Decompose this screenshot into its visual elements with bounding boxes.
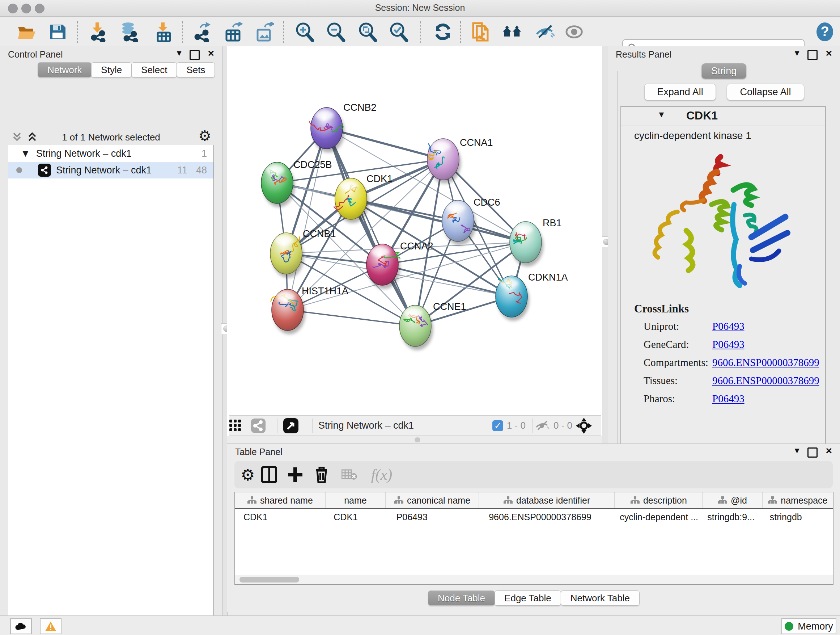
tab-network[interactable]: Network — [38, 62, 92, 78]
import-database-icon[interactable] — [119, 22, 140, 42]
graph-node-HIST1H1A[interactable] — [271, 289, 305, 334]
open-session-icon[interactable] — [17, 22, 37, 42]
collapse-all-button[interactable]: Collapse All — [727, 84, 804, 100]
column-header-canonical-name[interactable]: canonical name — [386, 492, 479, 508]
left-splitter[interactable] — [222, 46, 227, 616]
graph-node-CCNE1[interactable] — [399, 305, 433, 350]
close-panel-icon[interactable]: × — [208, 49, 214, 57]
birdseye-view-icon[interactable] — [283, 418, 306, 433]
column-header-database-identifier[interactable]: database identifier — [479, 492, 615, 508]
export-network-icon[interactable] — [193, 22, 213, 42]
delete-table-icon[interactable] — [341, 469, 368, 481]
column-header-namespace[interactable]: namespace — [763, 492, 833, 508]
graph-node-CDK1[interactable] — [334, 178, 369, 223]
float-panel-icon[interactable]: ▼ — [793, 446, 801, 455]
tab-select[interactable]: Select — [131, 62, 177, 78]
help-icon[interactable]: ? — [815, 22, 835, 42]
column-header--id[interactable]: @id — [703, 492, 763, 508]
svg-text:?: ? — [821, 24, 829, 39]
maximize-panel-icon[interactable] — [189, 50, 200, 62]
hide-selected-eye-icon[interactable] — [535, 22, 556, 42]
selected-checkbox-icon[interactable]: ✓ — [493, 420, 503, 431]
column-header-name[interactable]: name — [325, 492, 386, 508]
expand-all-button[interactable]: Expand All — [644, 84, 716, 100]
collection-count: 1 — [202, 148, 207, 159]
close-panel-icon[interactable]: × — [826, 447, 832, 455]
tab-string[interactable]: String — [702, 63, 746, 79]
table-cell[interactable]: cyclin-dependent ... — [611, 509, 699, 525]
collection-caret-icon[interactable]: ▼ — [21, 148, 30, 159]
copy-style-icon[interactable] — [470, 22, 491, 42]
table-cell[interactable]: 9606.ENSP00000378699 — [480, 509, 611, 525]
crosslink-link[interactable]: P06493 — [712, 320, 745, 333]
column-header-description[interactable]: description — [615, 492, 703, 508]
horizontal-splitter[interactable] — [227, 436, 602, 443]
maximize-panel-icon[interactable] — [807, 50, 818, 62]
hidden-eye-icon[interactable] — [535, 420, 550, 432]
crosslink-link[interactable]: P06493 — [712, 339, 745, 350]
add-column-icon[interactable] — [288, 467, 315, 482]
close-panel-icon[interactable]: × — [826, 49, 832, 57]
zoom-fit-icon[interactable] — [357, 22, 378, 42]
tab-network-table[interactable]: Network Table — [561, 591, 639, 606]
float-panel-icon[interactable]: ▼ — [793, 49, 801, 58]
network-options-gear-icon[interactable]: ⚙ — [198, 127, 211, 144]
crosslink-link[interactable]: 9606.ENSP00000378699 — [712, 375, 819, 386]
crosslink-link[interactable]: P06493 — [712, 393, 745, 405]
right-splitter[interactable] — [602, 46, 608, 443]
network-selection-status: 1 of 1 Network selected — [8, 132, 214, 143]
import-table-icon[interactable] — [153, 22, 174, 42]
crosslink-link[interactable]: 9606.ENSP00000378699 — [712, 356, 819, 369]
zoom-in-icon[interactable] — [294, 22, 315, 42]
first-neighbors-icon[interactable] — [502, 22, 523, 42]
delete-column-icon[interactable] — [315, 466, 341, 483]
maximize-panel-icon[interactable] — [807, 448, 818, 460]
control-panel: Control Panel ▼ × NetworkStyleSelectSets… — [0, 46, 222, 616]
show-hidden-eye-icon[interactable] — [565, 22, 585, 42]
cloud-status-button[interactable] — [10, 618, 32, 634]
graph-node-CCNA2[interactable] — [366, 244, 400, 289]
graph-node-CCNB1[interactable] — [270, 233, 304, 278]
tab-edge-table[interactable]: Edge Table — [494, 591, 561, 606]
table-options-gear-icon[interactable]: ⚙ — [234, 466, 261, 484]
tab-style[interactable]: Style — [91, 62, 132, 78]
import-network-icon[interactable] — [88, 22, 108, 42]
graph-node-CCNB2[interactable] — [309, 108, 344, 152]
grid-view-icon[interactable] — [229, 420, 251, 432]
memory-status-dot — [785, 622, 793, 631]
table-cell[interactable]: stringdb:9... — [699, 509, 761, 525]
network-row-selected[interactable]: String Network – cdk1 11 48 — [8, 162, 213, 179]
table-hscrollbar[interactable] — [235, 575, 833, 584]
table-cell[interactable]: CDK1 — [325, 509, 387, 525]
zoom-selected-icon[interactable] — [388, 22, 409, 42]
warning-status-button[interactable] — [40, 618, 62, 634]
gene-collapse-caret[interactable]: ▼ — [657, 110, 666, 119]
column-header-shared-name[interactable]: shared name — [235, 492, 325, 508]
show-columns-icon[interactable] — [261, 466, 288, 483]
save-session-icon[interactable] — [47, 22, 68, 42]
export-image-icon[interactable] — [255, 22, 275, 42]
node-label: CDC25B — [294, 159, 332, 170]
zoom-out-icon[interactable] — [325, 22, 346, 42]
refresh-icon[interactable] — [433, 22, 453, 42]
table-row[interactable]: CDK1CDK1P064939606.ENSP00000378699cyclin… — [235, 509, 833, 525]
table-cell[interactable]: stringdb — [761, 509, 833, 525]
node-count: 11 — [177, 165, 187, 176]
graph-node-CDC6[interactable] — [442, 200, 476, 245]
gene-section: ▼ CDK1 cyclin-dependent kinase 1 — [621, 106, 826, 457]
network-canvas[interactable]: CCNB2CCNA1CDC25BCDK1CDC6RB1CCNB1CCNA2HIS… — [227, 46, 602, 443]
memory-button[interactable]: Memory — [782, 618, 836, 634]
current-network-dot — [16, 167, 22, 173]
function-builder-icon[interactable]: f(x) — [368, 466, 395, 483]
pan-mode-icon[interactable] — [576, 418, 601, 434]
graph-node-CDKN1A[interactable] — [496, 276, 529, 321]
export-table-icon[interactable] — [224, 22, 244, 42]
table-cell[interactable]: P06493 — [388, 509, 480, 525]
table-cell[interactable]: CDK1 — [235, 509, 325, 525]
share-view-icon[interactable] — [251, 418, 271, 433]
tab-sets[interactable]: Sets — [177, 62, 215, 78]
network-collection-row[interactable]: ▼ String Network – cdk1 1 — [8, 145, 213, 162]
graph-node-RB1[interactable] — [510, 222, 543, 266]
tab-node-table[interactable]: Node Table — [428, 591, 495, 606]
float-panel-icon[interactable]: ▼ — [175, 49, 183, 58]
